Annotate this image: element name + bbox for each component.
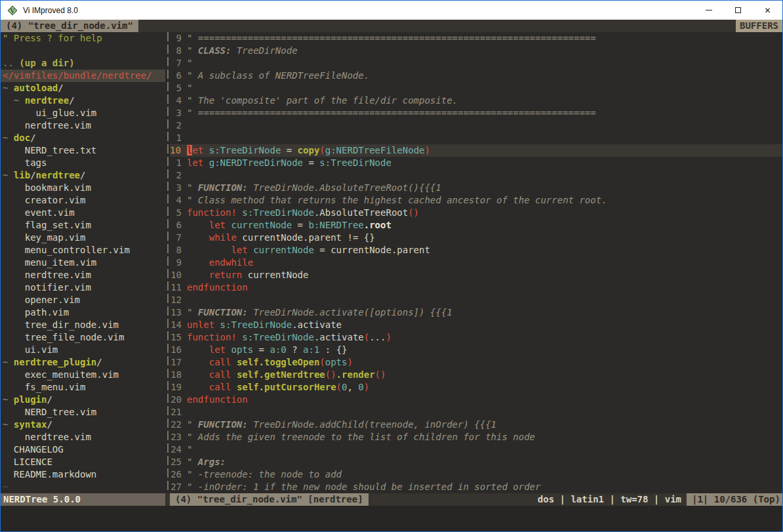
- editor-line[interactable]: 6 let currentNode = b:NERDTree.root: [170, 219, 782, 232]
- nerdtree-line[interactable]: .. (up a dir): [1, 57, 165, 70]
- minimize-icon: [706, 10, 712, 10]
- close-button[interactable]: ✕: [753, 1, 782, 20]
- tabline-filler: [138, 20, 736, 32]
- nerdtree-line[interactable]: nerdtree.vim: [1, 269, 165, 281]
- minimize-button[interactable]: [694, 1, 723, 20]
- editor-line[interactable]: 27" -inOrder: 1 if the new node should b…: [170, 481, 782, 493]
- statusline-nerdtree-version: NERDTree 5.0.0: [1, 493, 165, 506]
- editor-line[interactable]: 4" Class method that returns the highest…: [170, 194, 782, 207]
- editor-line[interactable]: 8" CLASS: TreeDirNode: [170, 45, 782, 57]
- line-number: 18: [170, 369, 187, 381]
- nerdtree-line[interactable]: menu_item.vim: [1, 256, 165, 269]
- editor-line[interactable]: 3" FUNCTION: TreeDirNode.AbsoluteTreeRoo…: [170, 182, 782, 194]
- editor-line[interactable]: 14unlet s:TreeDirNode.activate: [170, 319, 782, 331]
- nerdtree-line[interactable]: " Press ? for help: [1, 32, 165, 45]
- nerdtree-line[interactable]: key_map.vim: [1, 232, 165, 244]
- line-number: 9: [170, 32, 187, 45]
- editor-line[interactable]: 11endfunction: [170, 281, 782, 294]
- nerdtree-line[interactable]: event.vim: [1, 207, 165, 219]
- line-number: 19: [170, 381, 187, 394]
- main-area: " Press ? for help.. (up a dir)</vimfile…: [1, 32, 782, 493]
- editor-line[interactable]: 25" Args:: [170, 456, 782, 468]
- nerdtree-line[interactable]: [1, 45, 165, 57]
- nerdtree-line[interactable]: ui.vim: [1, 344, 165, 356]
- nerdtree-line[interactable]: fs_menu.vim: [1, 381, 165, 394]
- nerdtree-line[interactable]: bookmark.vim: [1, 182, 165, 194]
- nerdtree-line[interactable]: tree_file_node.vim: [1, 331, 165, 344]
- nerdtree-line[interactable]: ~ doc/: [1, 132, 165, 144]
- line-number: 7: [170, 232, 187, 244]
- nerdtree-line[interactable]: opener.vim: [1, 294, 165, 306]
- nerdtree-line[interactable]: ~ nerdtree/: [1, 94, 165, 107]
- editor-line[interactable]: 19 call self.putCursorHere(0, 0): [170, 381, 782, 394]
- editor-line[interactable]: 9 endwhile: [170, 256, 782, 269]
- editor-line[interactable]: 15function! s:TreeDirNode.activate(...): [170, 331, 782, 344]
- nerdtree-line[interactable]: menu_controller.vim: [1, 244, 165, 256]
- editor-line[interactable]: 26" -treenode: the node to add: [170, 468, 782, 481]
- nerdtree-line[interactable]: </vimfiles/bundle/nerdtree/: [1, 70, 165, 82]
- editor-line[interactable]: 7": [170, 57, 782, 70]
- line-number: 10: [170, 144, 187, 157]
- nerdtree-line[interactable]: README.markdown: [1, 468, 165, 481]
- maximize-button[interactable]: [723, 1, 753, 20]
- editor-line[interactable]: 10 return currentNode: [170, 269, 782, 281]
- editor-line[interactable]: 6" A subclass of NERDTreeFileNode.: [170, 70, 782, 82]
- editor-line[interactable]: 4" The 'composite' part of the file/dir …: [170, 94, 782, 107]
- nerdtree-line[interactable]: exec_menuitem.vim: [1, 369, 165, 381]
- editor-line[interactable]: 13" FUNCTION: TreeDirNode.activate([opti…: [170, 306, 782, 319]
- editor-line[interactable]: 21: [170, 406, 782, 419]
- editor-line[interactable]: 10let s:TreeDirNode = copy(g:NERDTreeFil…: [170, 144, 782, 157]
- nerdtree-line[interactable]: nerdtree.vim: [1, 119, 165, 132]
- nerdtree-line[interactable]: creator.vim: [1, 194, 165, 207]
- nerdtree-line[interactable]: ~: [1, 481, 165, 493]
- nerdtree-line[interactable]: ~ autoload/: [1, 82, 165, 94]
- editor-line[interactable]: 1: [170, 132, 782, 144]
- nerdtree-line[interactable]: flag_set.vim: [1, 219, 165, 232]
- line-number: 9: [170, 256, 187, 269]
- nerdtree-line[interactable]: tags: [1, 157, 165, 169]
- line-number: 4: [170, 194, 187, 207]
- editor-line[interactable]: 18 call self.getNerdtree().render(): [170, 369, 782, 381]
- nerdtree-line[interactable]: tree_dir_node.vim: [1, 319, 165, 331]
- line-number: 5: [170, 207, 187, 219]
- nerdtree-line[interactable]: notifier.vim: [1, 281, 165, 294]
- editor-line[interactable]: 17 call self.toggleOpen(opts): [170, 356, 782, 369]
- maximize-icon: [735, 7, 741, 13]
- editor-line[interactable]: 24": [170, 443, 782, 456]
- line-number: 11: [170, 281, 187, 294]
- line-number: 10: [170, 269, 187, 281]
- editor-line[interactable]: 2: [170, 169, 782, 182]
- nerdtree-line[interactable]: NERD_tree.vim: [1, 406, 165, 419]
- editor-line[interactable]: 22" FUNCTION: TreeDirNode.addChild(treen…: [170, 419, 782, 431]
- nerdtree-line[interactable]: ~ syntax/: [1, 419, 165, 431]
- nerdtree-line[interactable]: ~ plugin/: [1, 394, 165, 406]
- line-number: 5: [170, 82, 187, 94]
- nerdtree-line[interactable]: path.vim: [1, 306, 165, 319]
- tab-tree-dir-node[interactable]: (4) "tree_dir_node.vim": [1, 20, 138, 32]
- nerdtree-line[interactable]: nerdtree.vim: [1, 431, 165, 443]
- editor-line[interactable]: 16 let opts = a:0 ? a:1 : {}: [170, 344, 782, 356]
- nerdtree-line[interactable]: CHANGELOG: [1, 443, 165, 456]
- editor-line[interactable]: 23" Adds the given treenode to the list …: [170, 431, 782, 443]
- nerdtree-line[interactable]: ~ lib/nerdtree/: [1, 169, 165, 182]
- editor-line[interactable]: 1let g:NERDTreeDirNode = s:TreeDirNode: [170, 157, 782, 169]
- editor-line[interactable]: 3" =====================================…: [170, 107, 782, 119]
- nerdtree-line[interactable]: ui_glue.vim: [1, 107, 165, 119]
- nerdtree-line[interactable]: ~ nerdtree_plugin/: [1, 356, 165, 369]
- editor-line[interactable]: 20endfunction: [170, 394, 782, 406]
- nerdtree-line[interactable]: NERD_tree.txt: [1, 144, 165, 157]
- editor-line[interactable]: 9" =====================================…: [170, 32, 782, 45]
- editor-line[interactable]: 8 let currentNode = currentNode.parent: [170, 244, 782, 256]
- editor-line[interactable]: 12: [170, 294, 782, 306]
- nerdtree-line[interactable]: LICENCE: [1, 456, 165, 468]
- line-number: 2: [170, 119, 187, 132]
- editor-line[interactable]: 7 while currentNode.parent != {}: [170, 232, 782, 244]
- svg-text:V: V: [10, 7, 15, 14]
- editor-line[interactable]: 5": [170, 82, 782, 94]
- nerdtree-panel: " Press ? for help.. (up a dir)</vimfile…: [1, 32, 165, 493]
- editor-line[interactable]: 2: [170, 119, 782, 132]
- editor-line[interactable]: 5function! s:TreeDirNode.AbsoluteTreeRoo…: [170, 207, 782, 219]
- window-separator[interactable]: [165, 32, 170, 493]
- command-line[interactable]: [1, 506, 782, 531]
- line-number: 12: [170, 294, 187, 306]
